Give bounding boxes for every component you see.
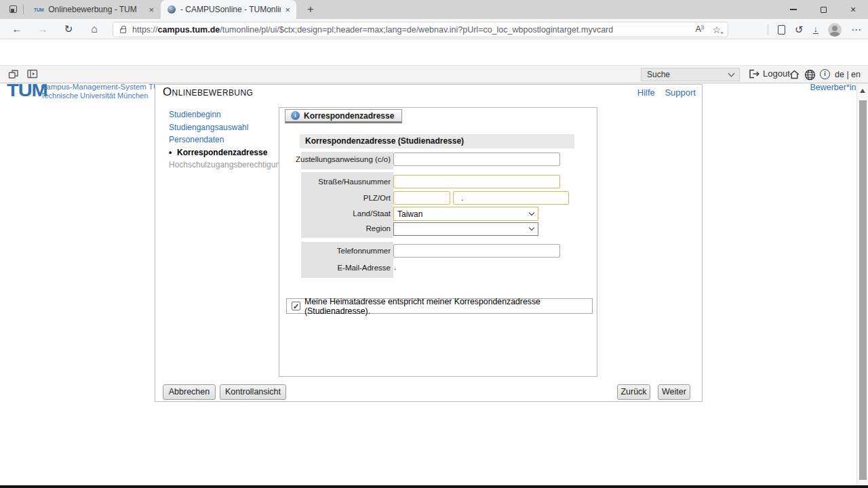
campusonline-favicon [167, 5, 176, 14]
land-select-value: Taiwan [397, 209, 422, 219]
browser-tab-strip: TUM Onlinebewerbung - TUM × - CAMPUSonli… [0, 0, 868, 19]
address-bar[interactable]: https://campus.tum.de/tumonline/pl/ui/$c… [113, 22, 728, 37]
application-wizard-panel: Onlinebewerbung Hilfe Support Studienbeg… [155, 84, 703, 402]
info-bubble-icon[interactable]: i [291, 111, 300, 120]
browser-tab-campusonline-active[interactable]: - CAMPUSonline - TUMonline - T × [161, 0, 296, 19]
nav-item-hochschulzugangsberechtigung: Hochschulzugangsberechtigung [169, 161, 285, 169]
search-select[interactable]: Suche [641, 68, 740, 81]
help-link[interactable]: Hilfe [637, 87, 655, 98]
nav-item-korrespondenzadresse-active: •Korrespondenzadresse [169, 148, 285, 157]
strasse-input[interactable] [393, 175, 560, 188]
menu-dots-icon[interactable]: ⋯ [851, 24, 861, 36]
browser-tab-onlinebewerbung[interactable]: TUM Onlinebewerbung - TUM × [27, 0, 160, 19]
history-icon[interactable]: ↺ [795, 24, 804, 35]
browser-navbar: ← → ↻ ⌂ https://campus.tum.de/tumonline/… [0, 19, 868, 39]
email-label: E-Mail-Adresse [279, 264, 391, 272]
strasse-label: Straße/Hausnummer [279, 178, 391, 186]
telefon-input[interactable] [393, 244, 560, 258]
next-button[interactable]: Weiter [658, 384, 690, 400]
tab-title: Onlinebewerbung - TUM [48, 5, 144, 14]
download-icon[interactable]: ↓ [813, 25, 819, 34]
land-label: Land/Staat [279, 209, 391, 218]
new-tab-button[interactable]: + [303, 2, 318, 17]
favorite-star-icon[interactable]: ☆+ [712, 24, 721, 35]
wizard-step-nav: Studienbeginn Studiengangsauswahl Person… [169, 110, 285, 174]
active-bullet: • [169, 148, 177, 157]
maximize-button[interactable] [808, 0, 838, 19]
collections-icon[interactable] [778, 25, 785, 35]
language-globe-icon[interactable] [804, 69, 816, 81]
page-title: Onlinebewerbung [163, 85, 253, 99]
home-icon[interactable]: ⌂ [87, 22, 102, 37]
read-aloud-icon[interactable]: A)) [695, 24, 704, 34]
scrollbar-thumb[interactable] [859, 100, 867, 480]
tumonline-header: TUM Campus-Management-System TUMonline T… [0, 39, 868, 65]
url-host: campus.tum.de [158, 25, 220, 35]
scroll-up-arrow-icon[interactable] [860, 89, 865, 93]
logout-label: Logout [763, 68, 790, 79]
nav-item-studienbeginn[interactable]: Studienbeginn [169, 110, 285, 119]
heimatadresse-checkbox-row: ✓ Meine Heimatadresse entspricht meiner … [286, 298, 593, 314]
email-value: . [394, 262, 396, 272]
info-icon[interactable]: i [820, 69, 830, 79]
popout-icon[interactable] [8, 69, 19, 79]
minimize-icon [790, 9, 797, 9]
support-link[interactable]: Support [665, 87, 696, 98]
nav-panel-toggle-icon[interactable] [27, 69, 38, 79]
logout-button[interactable]: Logout [749, 68, 790, 79]
tumonline-toolbar: Suche Logout i de | en [0, 65, 868, 83]
nav-item-personendaten[interactable]: Personendaten [169, 136, 285, 144]
control-view-button[interactable]: Kontrollansicht [220, 384, 286, 400]
back-button[interactable]: Zurück [617, 384, 650, 400]
maximize-icon [821, 7, 827, 13]
zustellung-input[interactable] [393, 152, 560, 166]
korrespondenzadresse-form-panel: i Korrespondenzadresse Korrespondenzadre… [279, 107, 597, 377]
tab-close-icon[interactable]: × [281, 5, 296, 15]
tum-favicon: TUM [34, 7, 43, 12]
chevron-down-icon [529, 209, 534, 215]
refresh-icon[interactable]: ↻ [61, 22, 76, 37]
page-scrollbar[interactable] [856, 83, 868, 485]
plz-ort-label: PLZ/Ort [279, 194, 391, 202]
language-switch[interactable]: de | en [835, 70, 861, 79]
forward-icon: → [35, 22, 50, 37]
help-links: Hilfe Support [630, 87, 696, 98]
screen: TUM Onlinebewerbung - TUM × - CAMPUSonli… [0, 0, 868, 488]
form-tab[interactable]: i Korrespondenzadresse [285, 109, 402, 123]
heimatadresse-checkbox-label: Meine Heimatadresse entspricht meiner Ko… [304, 297, 592, 316]
lock-icon[interactable] [120, 28, 126, 33]
minimize-button[interactable] [778, 0, 808, 19]
cancel-button[interactable]: Abbrechen [163, 384, 216, 400]
url-scheme: https:// [132, 25, 158, 35]
chevron-down-icon [728, 70, 735, 77]
region-label: Region [279, 224, 391, 232]
ort-input[interactable] [453, 191, 569, 205]
close-button[interactable]: × [838, 0, 868, 19]
url-path: /tumonline/pl/ui/$ctx;design=pl;header=m… [220, 25, 613, 35]
tabstrip-divider [23, 5, 24, 14]
chevron-down-icon [529, 225, 534, 230]
tab-actions-icon[interactable] [9, 5, 18, 14]
navbar-right-icons: ↺ ↓ ⋯ [768, 22, 861, 37]
profile-avatar[interactable] [828, 23, 842, 37]
user-role-label[interactable]: Bewerber*in: [810, 83, 859, 92]
heimatadresse-checkbox[interactable]: ✓ [292, 302, 300, 310]
section-header: Korrespondenzadresse (Studienadresse) [300, 134, 574, 148]
tab-actions-inner [11, 9, 14, 12]
logout-icon [749, 69, 760, 79]
email-field-readonly [399, 262, 486, 274]
toolbar-divider [768, 24, 768, 35]
portal-home-icon[interactable] [789, 69, 800, 80]
university-name: Technische Universität München [41, 92, 148, 100]
search-select-label: Suche [647, 70, 670, 79]
nav-item-studiengangsauswahl[interactable]: Studiengangsauswahl [169, 123, 285, 131]
region-select[interactable] [393, 222, 538, 236]
tab-title: - CAMPUSonline - TUMonline - T [180, 5, 281, 14]
plz-input[interactable] [393, 191, 450, 205]
form-tab-label: Korrespondenzadresse [304, 111, 394, 121]
tab-close-icon[interactable]: × [144, 5, 160, 15]
land-select[interactable]: Taiwan [393, 207, 538, 221]
zustellung-label: Zustellungsanweisung (c/o) [279, 155, 391, 163]
window-bottom-edge [0, 485, 868, 488]
back-icon[interactable]: ← [9, 22, 24, 37]
